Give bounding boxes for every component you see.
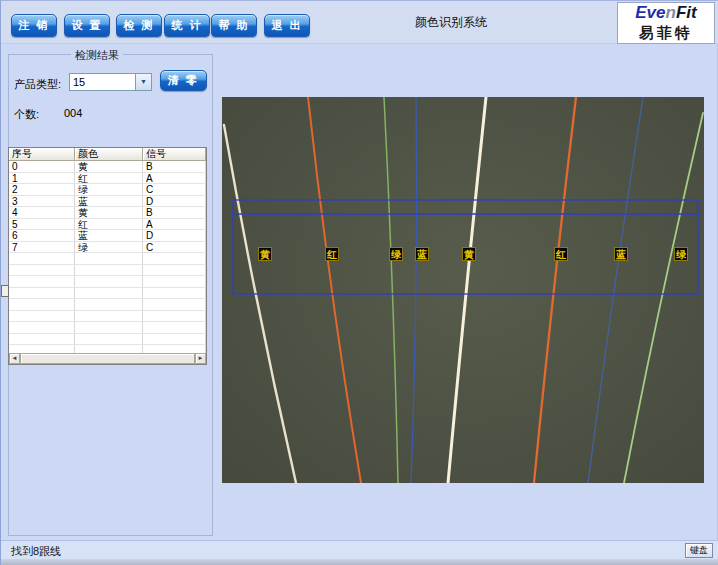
table-cell: A bbox=[143, 173, 206, 184]
table-cell: 绿 bbox=[75, 242, 143, 253]
table-row bbox=[9, 334, 206, 346]
table-cell bbox=[75, 288, 143, 299]
table-row bbox=[9, 265, 206, 277]
table-cell: C bbox=[143, 242, 206, 253]
table-row[interactable]: 7绿C bbox=[9, 242, 206, 254]
table-cell bbox=[9, 311, 75, 322]
table-cell bbox=[9, 334, 75, 345]
table-cell bbox=[143, 288, 206, 299]
table-cell: 1 bbox=[9, 173, 75, 184]
wire-label-green-wire-2: 绿 bbox=[674, 247, 688, 261]
table-row[interactable]: 1红A bbox=[9, 173, 206, 185]
table-cell bbox=[75, 334, 143, 345]
table-cell: 蓝 bbox=[75, 196, 143, 207]
table-cell: 黄 bbox=[75, 161, 143, 172]
count-label: 个数: bbox=[14, 107, 39, 122]
table-cell bbox=[75, 299, 143, 310]
clear-button[interactable]: 清 零 bbox=[160, 70, 207, 91]
scroll-right-icon[interactable]: ► bbox=[195, 353, 206, 364]
detection-results-panel: 检测结果 产品类型: 15 ▼ 清 零 个数: 004 序号 颜色 信号 0黄B… bbox=[8, 54, 213, 536]
table-row bbox=[9, 299, 206, 311]
yellow-wire-2 bbox=[448, 97, 486, 483]
table-cell bbox=[143, 311, 206, 322]
splitter-handle[interactable] bbox=[1, 285, 9, 297]
table-cell: 红 bbox=[75, 173, 143, 184]
status-bar: 找到8跟线 键盘 bbox=[1, 540, 718, 559]
table-row[interactable]: 2绿C bbox=[9, 184, 206, 196]
wire-label-green-wire-1: 绿 bbox=[389, 247, 403, 261]
table-cell bbox=[143, 322, 206, 333]
yellow-wire-1 bbox=[224, 125, 296, 483]
table-cell: C bbox=[143, 184, 206, 195]
table-cell bbox=[9, 322, 75, 333]
table-cell bbox=[75, 311, 143, 322]
table-row[interactable]: 0黄B bbox=[9, 161, 206, 173]
horizontal-scrollbar[interactable]: ◄ ► bbox=[9, 353, 206, 364]
table-cell: D bbox=[143, 230, 206, 241]
table-cell bbox=[75, 253, 143, 264]
chevron-down-icon[interactable]: ▼ bbox=[135, 74, 151, 90]
wire-label-yellow-wire-2: 黄 bbox=[462, 247, 476, 261]
results-table: 序号 颜色 信号 0黄B1红A2绿C3蓝D4黄B5红A6蓝D7绿C ◄ ► bbox=[8, 147, 207, 365]
table-cell bbox=[143, 276, 206, 287]
column-header-signal[interactable]: 信号 bbox=[143, 148, 206, 161]
table-row bbox=[9, 322, 206, 334]
table-cell: 红 bbox=[75, 219, 143, 230]
table-row[interactable]: 4黄B bbox=[9, 207, 206, 219]
product-type-label: 产品类型: bbox=[14, 77, 61, 92]
table-cell: A bbox=[143, 219, 206, 230]
product-type-select[interactable]: 15 ▼ bbox=[69, 73, 152, 91]
table-cell bbox=[9, 265, 75, 276]
table-cell bbox=[143, 334, 206, 345]
settings-button[interactable]: 设 置 bbox=[64, 14, 110, 37]
table-row bbox=[9, 276, 206, 288]
count-value: 004 bbox=[64, 107, 82, 119]
results-table-body: 0黄B1红A2绿C3蓝D4黄B5红A6蓝D7绿C bbox=[9, 161, 206, 355]
wire-label-red-wire-2: 红 bbox=[554, 247, 568, 261]
table-cell bbox=[143, 265, 206, 276]
table-cell: B bbox=[143, 161, 206, 172]
detect-button[interactable]: 检 测 bbox=[116, 14, 162, 37]
green-wire-1 bbox=[384, 97, 398, 483]
wire-label-red-wire-1: 红 bbox=[325, 247, 339, 261]
table-cell bbox=[75, 276, 143, 287]
table-cell: 0 bbox=[9, 161, 75, 172]
scroll-left-icon[interactable]: ◄ bbox=[9, 353, 20, 364]
table-row[interactable]: 3蓝D bbox=[9, 196, 206, 208]
help-button[interactable]: 帮 助 bbox=[211, 14, 257, 37]
table-cell: 绿 bbox=[75, 184, 143, 195]
camera-view: 黄红绿蓝黄红蓝绿 bbox=[222, 97, 704, 483]
table-row bbox=[9, 288, 206, 300]
green-wire-2 bbox=[624, 113, 703, 483]
wire-label-blue-wire-1: 蓝 bbox=[415, 247, 429, 261]
panel-title: 检测结果 bbox=[71, 48, 123, 63]
red-wire-1 bbox=[308, 97, 361, 483]
wires-overlay bbox=[222, 97, 704, 483]
table-cell bbox=[75, 265, 143, 276]
table-row[interactable]: 5红A bbox=[9, 219, 206, 231]
table-cell bbox=[9, 253, 75, 264]
column-header-index[interactable]: 序号 bbox=[9, 148, 75, 161]
statistics-button[interactable]: 统 计 bbox=[164, 14, 210, 37]
exit-button[interactable]: 退 出 bbox=[264, 14, 310, 37]
brand-logo: EvenFit 易菲特 bbox=[617, 2, 715, 44]
logout-button[interactable]: 注 销 bbox=[11, 14, 57, 37]
table-cell bbox=[143, 253, 206, 264]
table-row bbox=[9, 253, 206, 265]
wire-label-blue-wire-2: 蓝 bbox=[614, 247, 628, 261]
table-cell bbox=[143, 299, 206, 310]
app-window: 注 销 设 置 检 测 统 计 帮 助 退 出 颜色识别系统 EvenFit 易… bbox=[0, 0, 718, 565]
table-cell bbox=[75, 322, 143, 333]
blue-wire-1 bbox=[411, 97, 416, 483]
toolbar: 注 销 设 置 检 测 统 计 帮 助 退 出 颜色识别系统 EvenFit 易… bbox=[1, 1, 718, 44]
table-cell: 5 bbox=[9, 219, 75, 230]
table-row bbox=[9, 311, 206, 323]
table-row[interactable]: 6蓝D bbox=[9, 230, 206, 242]
table-cell: 3 bbox=[9, 196, 75, 207]
brand-logo-text: EvenFit bbox=[618, 3, 714, 23]
column-header-color[interactable]: 颜色 bbox=[75, 148, 143, 161]
table-cell bbox=[9, 276, 75, 287]
table-cell: 4 bbox=[9, 207, 75, 218]
scrollbar-thumb[interactable] bbox=[20, 353, 195, 364]
keyboard-button[interactable]: 键盘 bbox=[685, 543, 713, 558]
